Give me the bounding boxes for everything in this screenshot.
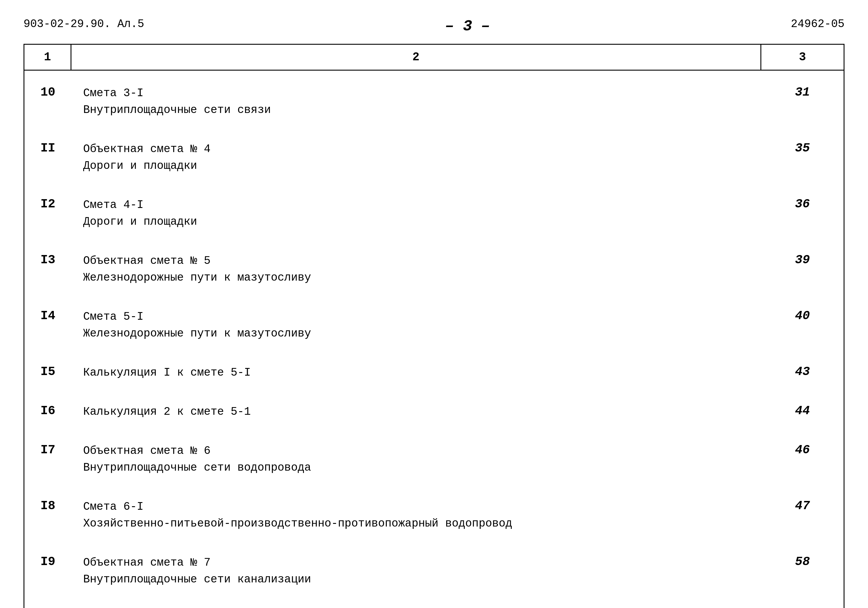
- table-row: I9Объектная смета № 7Внутриплощадочные с…: [25, 546, 843, 596]
- row-title: Смета 6-I: [83, 498, 750, 515]
- row-page: 39: [761, 249, 843, 270]
- row-page: 43: [761, 361, 843, 382]
- row-number: I5: [25, 361, 71, 382]
- header-dash1: –: [445, 18, 454, 35]
- row-title: Смета 5-I: [83, 308, 750, 325]
- row-subtitle: Железнодорожные пути к мазутосливу: [83, 325, 750, 342]
- header-left: 903-02-29.90. Ал.5: [23, 18, 144, 30]
- table-header: 1 2 3: [25, 45, 843, 71]
- row-page: 58: [761, 551, 843, 572]
- row-number: I3: [25, 249, 71, 270]
- main-table: 1 2 3 10Смета 3-IВнутриплощадочные сети …: [23, 44, 845, 608]
- row-title: Калькуляция 2 к смете 5-1: [83, 403, 750, 420]
- row-title: Смета 4-I: [83, 196, 750, 213]
- row-page: 31: [761, 82, 843, 103]
- row-page: 46: [761, 440, 843, 460]
- header-right: 24962-05: [791, 18, 845, 30]
- table-row: 20Смета 7-IКанализация дождевая59: [25, 602, 843, 608]
- row-title: Объектная смета № 6: [83, 442, 750, 459]
- row-title: Смета 3-I: [83, 85, 750, 101]
- row-title: Объектная смета № 5: [83, 252, 750, 269]
- row-subtitle: Дороги и площадки: [83, 213, 750, 230]
- row-page: 36: [761, 194, 843, 214]
- row-page: 44: [761, 400, 843, 421]
- row-subtitle: Хозяйственно-питьевой-производственно-пр…: [83, 515, 750, 532]
- row-description: Калькуляция 2 к смете 5-1: [71, 400, 761, 423]
- row-number: I7: [25, 440, 71, 460]
- table-row: I8Смета 6-IХозяйственно-питьевой-произво…: [25, 490, 843, 540]
- table-row: I4Смета 5-IЖелезнодорожные пути к мазуто…: [25, 300, 843, 350]
- col-header-1: 1: [25, 45, 71, 70]
- table-row: I2Смета 4-IДороги и площадки36: [25, 188, 843, 238]
- row-description: Объектная смета № 6Внутриплощадочные сет…: [71, 440, 761, 479]
- header-page-num: 3: [463, 18, 472, 35]
- table-body: 10Смета 3-IВнутриплощадочные сети связи3…: [25, 71, 843, 608]
- row-page: 35: [761, 138, 843, 158]
- row-number: I6: [25, 400, 71, 421]
- table-row: I5Калькуляция I к смете 5-I43: [25, 356, 843, 389]
- col-header-2: 2: [71, 45, 761, 70]
- table-row: I7Объектная смета № 6Внутриплощадочные с…: [25, 434, 843, 484]
- row-subtitle: Внутриплощадочные сети водопровода: [83, 459, 750, 476]
- row-title: Объектная смета № 4: [83, 141, 750, 157]
- row-page: 40: [761, 305, 843, 326]
- row-number: II: [25, 138, 71, 158]
- row-number: 10: [25, 82, 71, 103]
- row-subtitle: Дороги и площадки: [83, 157, 750, 174]
- header-center: – 3 –: [445, 18, 490, 35]
- row-subtitle: Внутриплощадочные сети канализации: [83, 571, 750, 588]
- header-dash2: –: [481, 18, 490, 35]
- row-subtitle: Железнодорожные пути к мазутосливу: [83, 269, 750, 286]
- row-number: I4: [25, 305, 71, 326]
- row-number: I9: [25, 551, 71, 572]
- row-number: I2: [25, 194, 71, 214]
- col-header-3: 3: [761, 45, 843, 70]
- table-row: I6Калькуляция 2 к смете 5-144: [25, 395, 843, 428]
- table-row: 10Смета 3-IВнутриплощадочные сети связи3…: [25, 76, 843, 126]
- row-title: Калькуляция I к смете 5-I: [83, 364, 750, 381]
- row-title: Объектная смета № 7: [83, 554, 750, 571]
- row-description: Смета 4-IДороги и площадки: [71, 194, 761, 233]
- row-description: Объектная смета № 5Железнодорожные пути …: [71, 249, 761, 289]
- page-header: 903-02-29.90. Ал.5 – 3 – 24962-05: [23, 18, 845, 35]
- row-description: Смета 5-IЖелезнодорожные пути к мазутосл…: [71, 305, 761, 345]
- row-number: I8: [25, 495, 71, 516]
- row-description: Объектная смета № 7Внутриплощадочные сет…: [71, 551, 761, 591]
- table-row: IIОбъектная смета № 4Дороги и площадки35: [25, 132, 843, 182]
- row-description: Калькуляция I к смете 5-I: [71, 361, 761, 384]
- row-description: Смета 6-IХозяйственно-питьевой-производс…: [71, 495, 761, 535]
- row-description: Смета 3-IВнутриплощадочные сети связи: [71, 82, 761, 121]
- row-subtitle: Внутриплощадочные сети связи: [83, 101, 750, 118]
- row-description: Объектная смета № 4Дороги и площадки: [71, 138, 761, 177]
- table-row: I3Объектная смета № 5Железнодорожные пут…: [25, 244, 843, 294]
- row-page: 47: [761, 495, 843, 516]
